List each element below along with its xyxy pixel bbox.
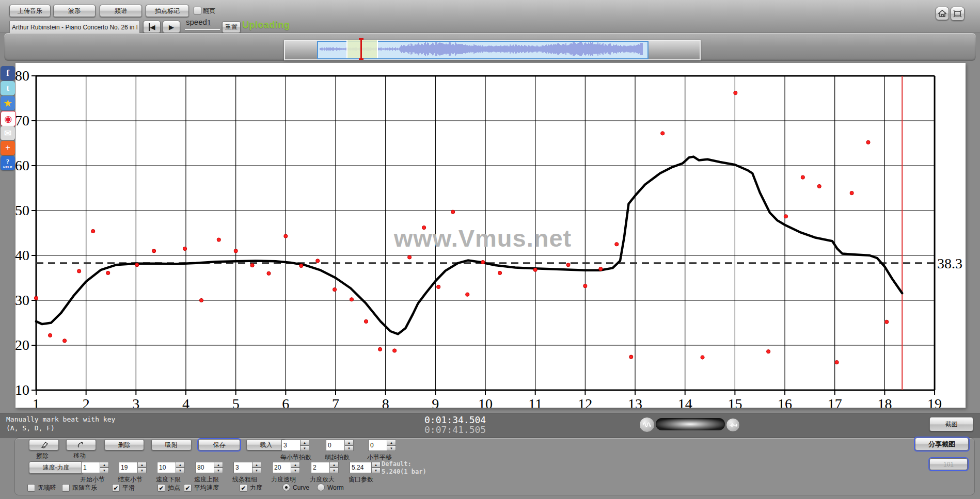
beat-tempo-dot[interactable] xyxy=(817,184,821,188)
waveform-selection-region[interactable] xyxy=(346,40,378,58)
beat-tempo-dot[interactable] xyxy=(498,271,501,275)
tempo-dynamics-mode-button[interactable]: 速度-力度 xyxy=(29,461,83,474)
tool-move-button[interactable] xyxy=(66,439,96,450)
beat-tempo-dot[interactable] xyxy=(615,243,619,246)
spinner-up-icon[interactable]: ▲ xyxy=(252,462,261,468)
spinner-down-icon[interactable]: ▼ xyxy=(176,468,185,473)
beats-per-bar-value[interactable]: 3 xyxy=(281,440,302,451)
qzone-star-icon[interactable]: ★ xyxy=(1,96,15,110)
spinner-down-icon[interactable]: ▼ xyxy=(137,468,147,473)
page-flip-checkbox[interactable] xyxy=(194,7,201,14)
beat-tempo-dot[interactable] xyxy=(299,264,303,267)
end-bar-value[interactable]: 19 xyxy=(119,462,139,473)
beat-tempo-dot[interactable] xyxy=(106,271,110,275)
window-parameter-value[interactable]: 5.24 xyxy=(350,462,373,473)
beat-tempo-dot[interactable] xyxy=(364,319,368,323)
beat-tempo-dot[interactable] xyxy=(437,285,440,288)
worm-radio[interactable] xyxy=(317,484,325,491)
beat-tempo-dot[interactable] xyxy=(199,298,203,302)
beat-tempo-dot[interactable] xyxy=(481,260,485,264)
beat-tempo-dot[interactable] xyxy=(784,215,787,218)
fullscreen-button[interactable] xyxy=(951,7,965,21)
beat-tempo-dot[interactable] xyxy=(378,347,382,351)
pickup-beats-value[interactable]: 0 xyxy=(326,440,346,451)
beat-tempo-dot[interactable] xyxy=(451,210,455,214)
beat-tempo-dot[interactable] xyxy=(850,191,853,195)
upload-music-button[interactable]: 上传音乐 xyxy=(9,5,51,17)
beat-tempo-dot[interactable] xyxy=(267,271,271,275)
beat-tempo-dot[interactable] xyxy=(866,140,870,144)
spinner-up-icon[interactable]: ▲ xyxy=(371,462,381,468)
tempo-min-value[interactable]: 10 xyxy=(157,462,177,473)
bar-shift-value[interactable]: 0 xyxy=(368,440,388,451)
beat-tempo-dot[interactable] xyxy=(407,255,411,259)
beat-tempo-dot[interactable] xyxy=(583,284,587,288)
beat-tempo-dot[interactable] xyxy=(533,268,537,271)
line-width-value[interactable]: 3 xyxy=(233,462,254,473)
play-button[interactable]: ▶ xyxy=(163,21,180,33)
beat-tempo-dot[interactable] xyxy=(250,264,254,267)
beat-tempo-dot[interactable] xyxy=(661,132,665,135)
beat-tempo-dot[interactable] xyxy=(566,263,570,267)
volume-wave-button[interactable] xyxy=(639,417,655,432)
spinner-up-icon[interactable]: ▲ xyxy=(291,462,300,468)
beat-tempo-dot[interactable] xyxy=(629,355,633,359)
start-bar-value[interactable]: 1 xyxy=(81,462,101,473)
spinner-down-icon[interactable]: ▼ xyxy=(329,468,339,473)
spinner-up-icon[interactable]: ▲ xyxy=(344,440,354,445)
vote-button[interactable]: 101 xyxy=(929,458,968,470)
spectrum-view-button[interactable]: 频谱 xyxy=(100,5,142,17)
beat-tempo-dot[interactable] xyxy=(183,247,186,250)
mail-icon[interactable]: ✉ xyxy=(1,126,15,140)
spinner-down-icon[interactable]: ▼ xyxy=(371,468,381,473)
help-icon[interactable]: ?HELP xyxy=(1,156,15,170)
beat-tempo-dot[interactable] xyxy=(734,91,737,94)
beat-tempo-dot[interactable] xyxy=(392,349,396,352)
beat-points-checkbox[interactable]: ✔ xyxy=(157,484,165,492)
speed-slider-track[interactable] xyxy=(185,29,220,30)
tool-load-button[interactable]: 载入 xyxy=(246,439,286,450)
beat-tempo-dot[interactable] xyxy=(284,234,288,238)
share-screenshot-button[interactable]: 分享截图 xyxy=(915,438,969,450)
beat-tempo-dot[interactable] xyxy=(77,269,81,273)
weibo-icon[interactable]: ◉ xyxy=(1,111,16,126)
spinner-down-icon[interactable]: ▼ xyxy=(387,445,396,451)
beat-tempo-dot[interactable] xyxy=(135,263,139,267)
beat-tempo-dot[interactable] xyxy=(316,259,320,263)
beat-tempo-dot[interactable] xyxy=(801,175,804,179)
average-tempo-checkbox[interactable]: ✔ xyxy=(184,484,192,492)
spinner-up-icon[interactable]: ▲ xyxy=(387,440,396,445)
beat-tempo-dot[interactable] xyxy=(152,249,156,253)
spinner-down-icon[interactable]: ▼ xyxy=(344,445,354,451)
beat-tempo-dot[interactable] xyxy=(701,356,704,359)
beat-tempo-dot[interactable] xyxy=(466,293,469,296)
volume-slider[interactable] xyxy=(656,418,725,430)
beat-tempo-dot[interactable] xyxy=(350,298,353,301)
rewind-button[interactable]: ◀ xyxy=(143,21,161,33)
reset-button[interactable]: 重置 xyxy=(222,21,241,33)
share-plus-icon[interactable]: + xyxy=(1,141,15,155)
waveform-playhead-cursor[interactable] xyxy=(360,38,362,60)
beat-tempo-dot[interactable] xyxy=(63,339,67,343)
spinner-up-icon[interactable]: ▲ xyxy=(214,462,223,468)
beat-tempo-dot[interactable] xyxy=(48,333,52,337)
tool-snap-button[interactable]: 吸附 xyxy=(151,439,192,450)
spinner-up-icon[interactable]: ▲ xyxy=(329,462,339,468)
smooth-checkbox[interactable]: ✔ xyxy=(112,484,120,492)
no-tick-checkbox[interactable] xyxy=(27,484,35,492)
spinner-up-icon[interactable]: ▲ xyxy=(300,440,309,445)
volume-seek-button[interactable] xyxy=(726,418,740,432)
twitter-icon[interactable]: t xyxy=(1,81,15,95)
spinner-down-icon[interactable]: ▼ xyxy=(252,468,261,473)
tool-erase-button[interactable] xyxy=(29,439,59,450)
beat-tempo-dot[interactable] xyxy=(217,238,220,242)
spinner-up-icon[interactable]: ▲ xyxy=(100,462,109,468)
beat-mark-view-button[interactable]: 拍点标记 xyxy=(146,5,189,17)
dynamics-scale-value[interactable]: 2 xyxy=(311,462,331,473)
facebook-icon[interactable]: f xyxy=(1,66,15,81)
spinner-down-icon[interactable]: ▼ xyxy=(300,445,309,451)
beat-tempo-dot[interactable] xyxy=(767,350,770,353)
beat-tempo-dot[interactable] xyxy=(422,226,426,229)
tool-delete-button[interactable]: 删除 xyxy=(104,439,144,450)
home-button[interactable] xyxy=(936,7,949,20)
